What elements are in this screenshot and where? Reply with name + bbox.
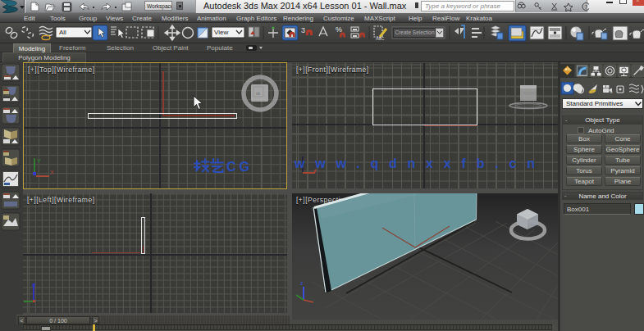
svg-text:FRONT: FRONT (524, 92, 537, 96)
svg-text:View: View (214, 29, 228, 36)
svg-text:%: % (336, 25, 342, 34)
svg-text:X: X (50, 170, 54, 175)
svg-text:All: All (59, 29, 66, 36)
svg-text:E: E (610, 90, 613, 94)
svg-text:z: z (300, 280, 304, 286)
svg-text:tilt: tilt (256, 91, 261, 96)
svg-text:Y: Y (37, 158, 41, 164)
svg-text:3: 3 (301, 26, 305, 34)
svg-text:CG: CG (226, 160, 253, 174)
svg-text:?: ? (584, 4, 587, 10)
svg-text:ABC: ABC (376, 36, 385, 41)
